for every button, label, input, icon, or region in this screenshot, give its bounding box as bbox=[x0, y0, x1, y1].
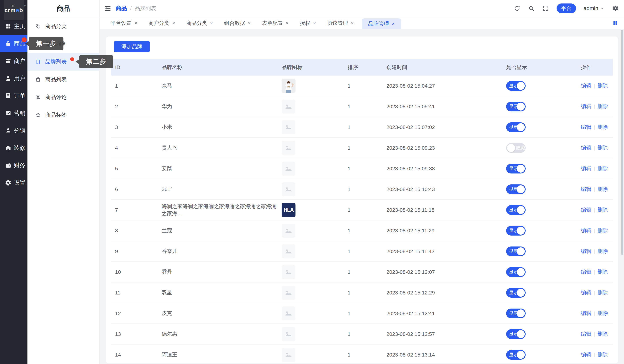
edit-link[interactable]: 编辑 bbox=[581, 82, 591, 89]
user-menu[interactable]: admin bbox=[584, 5, 604, 11]
visibility-toggle[interactable]: 隐藏 bbox=[506, 143, 526, 153]
breadcrumb-section[interactable]: 商品 bbox=[116, 4, 127, 12]
submenu-item-goods-tag[interactable]: 商品标签 bbox=[27, 106, 99, 124]
tab-close-icon[interactable]: × bbox=[351, 21, 354, 26]
tab-平台设置[interactable]: 平台设置× bbox=[111, 20, 137, 27]
visibility-toggle[interactable]: 显示 bbox=[506, 309, 526, 318]
sidebar-item-user[interactable]: 用户 bbox=[0, 70, 27, 87]
cell-created: 2023-08-02 15:09:38 bbox=[383, 166, 502, 172]
edit-link[interactable]: 编辑 bbox=[581, 206, 591, 213]
delete-link[interactable]: 删除 bbox=[598, 351, 608, 358]
search-icon[interactable] bbox=[528, 5, 535, 12]
edit-link[interactable]: 编辑 bbox=[581, 227, 591, 234]
delete-link[interactable]: 删除 bbox=[598, 103, 608, 110]
edit-link[interactable]: 编辑 bbox=[581, 144, 591, 151]
visibility-toggle[interactable]: 显示 bbox=[506, 122, 526, 132]
tab-close-icon[interactable]: × bbox=[313, 21, 316, 26]
cell-icon bbox=[278, 182, 344, 196]
delete-link[interactable]: 删除 bbox=[598, 289, 608, 296]
brand-sort: 1 bbox=[348, 104, 351, 109]
sidebar-item-finance[interactable]: 财务 bbox=[0, 157, 27, 174]
tab-label: 平台设置 bbox=[111, 20, 131, 27]
brand-created-time: 2023-08-02 15:09:38 bbox=[386, 166, 435, 172]
delete-link[interactable]: 删除 bbox=[598, 124, 608, 131]
tab-close-icon[interactable]: × bbox=[134, 21, 137, 26]
tab-close-icon[interactable]: × bbox=[392, 21, 395, 26]
submenu-item-goods-comment[interactable]: 商品评论 bbox=[27, 88, 99, 106]
visibility-toggle[interactable]: 显示 bbox=[506, 164, 526, 174]
brand-id: 12 bbox=[115, 311, 121, 316]
delete-link[interactable]: 删除 bbox=[598, 165, 608, 172]
visibility-toggle[interactable]: 显示 bbox=[506, 329, 526, 339]
delete-link[interactable]: 删除 bbox=[598, 227, 608, 234]
visibility-toggle[interactable]: 显示 bbox=[506, 205, 526, 215]
delete-link[interactable]: 删除 bbox=[598, 331, 608, 338]
delete-link[interactable]: 删除 bbox=[598, 248, 608, 255]
visibility-toggle[interactable]: 显示 bbox=[506, 226, 526, 235]
delete-link[interactable]: 删除 bbox=[598, 268, 608, 276]
sidebar-item-decorate[interactable]: 装修 bbox=[0, 139, 27, 157]
edit-link[interactable]: 编辑 bbox=[581, 351, 591, 358]
sidebar-item-merchant[interactable]: 商户 bbox=[0, 52, 27, 70]
visibility-toggle[interactable]: 显示 bbox=[506, 246, 526, 256]
crmeb-logo[interactable]: crmeb® bbox=[4, 0, 24, 20]
tab-overview-grid-icon[interactable] bbox=[613, 20, 618, 26]
sidebar-item-order[interactable]: 订单 bbox=[0, 87, 27, 104]
delete-link[interactable]: 删除 bbox=[598, 144, 608, 151]
tab-close-icon[interactable]: × bbox=[286, 21, 289, 26]
tab-商品分类[interactable]: 商品分类× bbox=[186, 20, 213, 27]
sidebar-item-settings[interactable]: 设置 bbox=[0, 174, 27, 191]
delete-link[interactable]: 删除 bbox=[598, 82, 608, 89]
sidebar-item-marketing[interactable]: 营销 bbox=[0, 104, 27, 122]
brand-logo: HLA bbox=[282, 203, 295, 217]
tab-组合数据[interactable]: 组合数据× bbox=[224, 20, 251, 27]
tab-商户分类[interactable]: 商户分类× bbox=[149, 20, 175, 27]
cell-visibility: 显示 bbox=[502, 288, 577, 298]
edit-link[interactable]: 编辑 bbox=[581, 310, 591, 317]
image-placeholder-icon bbox=[282, 265, 295, 279]
edit-link[interactable]: 编辑 bbox=[581, 248, 591, 255]
visibility-toggle[interactable]: 显示 bbox=[506, 102, 526, 111]
tab-close-icon[interactable]: × bbox=[248, 21, 251, 26]
add-brand-button[interactable]: 添加品牌 bbox=[114, 41, 150, 52]
sidebar-item-goods[interactable]: 商品 bbox=[0, 35, 27, 52]
fullscreen-icon[interactable] bbox=[542, 5, 549, 12]
tab-授权[interactable]: 授权× bbox=[300, 20, 316, 27]
delete-link[interactable]: 删除 bbox=[598, 206, 608, 213]
tab-close-icon[interactable]: × bbox=[172, 21, 175, 26]
edit-link[interactable]: 编辑 bbox=[581, 331, 591, 338]
edit-link[interactable]: 编辑 bbox=[581, 186, 591, 193]
visibility-toggle[interactable]: 显示 bbox=[506, 184, 526, 194]
collapse-sidebar-icon[interactable] bbox=[104, 5, 111, 12]
edit-link[interactable]: 编辑 bbox=[581, 103, 591, 110]
image-placeholder-icon bbox=[282, 224, 295, 238]
cell-actions: 编辑|删除 bbox=[577, 248, 613, 255]
vertical-scrollbar[interactable] bbox=[621, 30, 623, 255]
submenu-item-goods-list[interactable]: 商品列表 bbox=[27, 71, 99, 88]
sidebar-item-distribution[interactable]: 分销 bbox=[0, 122, 27, 139]
edit-link[interactable]: 编辑 bbox=[581, 289, 591, 296]
edit-link[interactable]: 编辑 bbox=[581, 268, 591, 276]
edit-link[interactable]: 编辑 bbox=[581, 165, 591, 172]
delete-link[interactable]: 删除 bbox=[598, 186, 608, 193]
cell-name: 兰蔻 bbox=[158, 227, 278, 234]
visibility-toggle[interactable]: 显示 bbox=[506, 267, 526, 277]
cell-created: 2023-08-02 15:11:18 bbox=[383, 207, 502, 213]
gear-icon[interactable] bbox=[612, 5, 619, 12]
tab-表单配置[interactable]: 表单配置× bbox=[262, 20, 289, 27]
tab-品牌管理[interactable]: 品牌管理× bbox=[362, 18, 401, 29]
tab-协议管理[interactable]: 协议管理× bbox=[327, 20, 354, 27]
sidebar-item-label: 营销 bbox=[14, 109, 25, 117]
submenu-item-goods-category[interactable]: 商品分类 bbox=[27, 17, 99, 35]
edit-link[interactable]: 编辑 bbox=[581, 124, 591, 131]
visibility-toggle[interactable]: 显示 bbox=[506, 81, 526, 91]
visibility-toggle[interactable]: 显示 bbox=[506, 288, 526, 298]
refresh-icon[interactable] bbox=[514, 5, 520, 12]
image-placeholder-icon bbox=[282, 141, 295, 155]
table-row: 12皮克12023-08-02 15:12:41显示编辑|删除 bbox=[111, 303, 613, 324]
visibility-toggle[interactable]: 显示 bbox=[506, 350, 526, 360]
tab-close-icon[interactable]: × bbox=[210, 21, 213, 26]
sidebar-item-home[interactable]: 主页 bbox=[0, 18, 27, 35]
delete-link[interactable]: 删除 bbox=[598, 310, 608, 317]
workspace-badge[interactable]: 平台 bbox=[557, 3, 576, 13]
